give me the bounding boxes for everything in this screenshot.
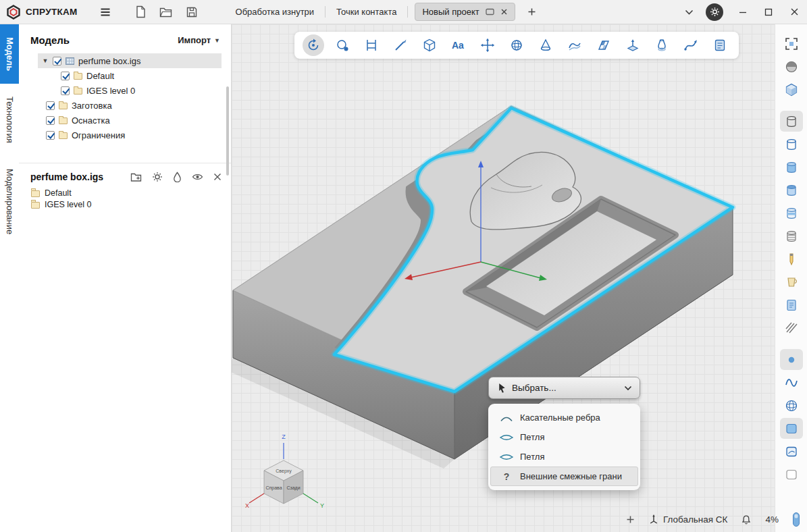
checkbox[interactable] (53, 57, 61, 65)
tree-scrollbar[interactable] (226, 86, 229, 176)
tree-label: Заготовка (72, 101, 112, 111)
probe-icon (335, 38, 350, 53)
notes-tool-button[interactable] (709, 34, 731, 56)
menu-item-loop-1[interactable]: Петля (490, 427, 638, 447)
expand-chevron-icon[interactable]: ▼ (42, 57, 49, 64)
add-folder-icon[interactable] (130, 172, 142, 182)
tree-row-osnastka[interactable]: Оснастка (38, 113, 222, 128)
add-cs-icon[interactable] (626, 515, 635, 524)
stock-outline-button[interactable] (780, 134, 803, 155)
doc-tab-obrabotka[interactable]: Обработка изнутри (225, 0, 326, 24)
tree-row-default[interactable]: Default (38, 68, 222, 83)
cone-tool-button[interactable] (535, 34, 556, 56)
save-button[interactable] (182, 2, 202, 22)
tab-modeling[interactable]: Моделирование (0, 156, 19, 247)
tabs-dropdown-button[interactable] (679, 2, 699, 22)
import-dropdown[interactable]: Импорт ▼ (178, 35, 220, 45)
main-menu-button[interactable] (95, 2, 115, 22)
checkbox[interactable] (46, 131, 55, 140)
checkbox[interactable] (46, 101, 55, 110)
point-display-button[interactable] (780, 349, 803, 370)
document-display-button[interactable] (780, 294, 803, 315)
mesh-sphere-icon (784, 398, 799, 413)
panel-plain-button[interactable] (780, 464, 803, 485)
checkbox[interactable] (46, 116, 55, 125)
viewport-3d[interactable]: Сверху Справа Сзади X Y Z (232, 24, 775, 532)
extrude-tool-button[interactable] (622, 34, 644, 56)
sketch-tool-button[interactable] (390, 34, 411, 56)
add-tab-button[interactable] (522, 2, 542, 22)
checkbox[interactable] (61, 86, 70, 95)
holder-display-button[interactable] (780, 271, 803, 292)
doc-tab-tochki[interactable]: Точки контакта (326, 0, 407, 24)
panel-outline-button[interactable] (780, 441, 803, 462)
notifications-bell-icon[interactable] (741, 514, 752, 525)
tree-row-perfume-box[interactable]: ▼ perfume box.igs (38, 53, 222, 68)
hatch-display-button[interactable] (780, 317, 803, 338)
selection-filter-label: Выбрать... (512, 383, 619, 393)
stock-solid-2-button[interactable] (780, 180, 803, 201)
sketch-icon (393, 38, 408, 53)
folder-icon (59, 132, 68, 139)
tab-technology[interactable]: Технология (0, 84, 19, 156)
panel-filled-button[interactable] (780, 418, 803, 439)
coordinate-system-tool-button[interactable] (303, 34, 324, 56)
mesh-display-button[interactable] (780, 395, 803, 416)
maximize-button[interactable] (756, 0, 781, 24)
eye-icon[interactable] (192, 173, 203, 181)
tree-row-zagotovka[interactable]: Заготовка (38, 98, 222, 113)
panel-plain-icon (784, 467, 799, 482)
selection-filter-dropdown[interactable]: Выбрать... (488, 377, 640, 399)
text-tool-button[interactable]: Aa (448, 34, 469, 56)
close-window-button[interactable] (781, 0, 807, 24)
close-tab-icon[interactable] (500, 8, 508, 16)
menu-item-tangent-edges[interactable]: Касательные ребра (490, 408, 638, 427)
detail-panel-title: perfume box.igs (30, 171, 121, 182)
fit-view-button[interactable] (780, 33, 803, 54)
minimize-icon (739, 8, 747, 16)
chevron-down-icon: ▼ (214, 37, 220, 44)
new-file-button[interactable] (130, 2, 151, 22)
stock-solid-button[interactable] (780, 157, 803, 178)
stock-band-button[interactable] (780, 203, 803, 223)
fit-view-icon (784, 36, 799, 51)
settings-button[interactable] (706, 3, 723, 21)
stock-striped-button[interactable] (780, 225, 803, 246)
transform-tool-button[interactable] (477, 34, 498, 56)
detail-item-iges[interactable]: IGES level 0 (19, 198, 231, 210)
shaded-view-button[interactable] (780, 79, 803, 100)
gear-icon[interactable] (152, 171, 163, 182)
folder-icon (74, 73, 82, 80)
droplet-icon[interactable] (173, 171, 182, 182)
measure-tool-button[interactable] (361, 34, 382, 56)
doc-tab-active[interactable]: Новый проект (415, 3, 515, 21)
checkbox[interactable] (61, 72, 70, 80)
minimize-button[interactable] (730, 0, 756, 24)
tab-model[interactable]: Модель (0, 24, 19, 84)
surface-tool-button[interactable] (564, 34, 585, 56)
mold-block[interactable] (232, 106, 733, 469)
curve-tool-button[interactable] (680, 34, 702, 56)
open-file-button[interactable] (156, 2, 176, 22)
menu-item-loop-2[interactable]: Петля (490, 447, 638, 467)
revolve-tool-button[interactable] (651, 34, 673, 56)
probe-tool-button[interactable] (332, 34, 353, 56)
orbit-view-button[interactable] (780, 56, 803, 77)
plane-tool-button[interactable] (593, 34, 615, 56)
spline-display-button[interactable] (780, 372, 803, 393)
menu-item-outer-adjacent-faces[interactable]: ? Внешние смежные грани (490, 467, 638, 486)
close-icon[interactable] (213, 173, 222, 181)
detail-item-default[interactable]: Default (19, 187, 231, 198)
cs-label: Глобальная СК (663, 514, 728, 525)
tool-display-button[interactable] (780, 248, 803, 269)
sphere-tool-button[interactable] (506, 34, 527, 56)
coordinate-system-selector[interactable]: Глобальная СК (648, 514, 728, 525)
solid-tool-button[interactable] (419, 34, 440, 56)
tree-row-ogranicheniya[interactable]: Ограничения (38, 128, 222, 142)
tree-row-iges-level[interactable]: IGES level 0 (38, 83, 222, 98)
workpiece-button[interactable] (780, 111, 803, 132)
axis-x-label: X (245, 502, 249, 509)
curve-path-icon (683, 38, 698, 53)
rename-icon[interactable] (486, 8, 494, 16)
view-cube[interactable]: Сверху Справа Сзади X Y Z (245, 433, 324, 509)
